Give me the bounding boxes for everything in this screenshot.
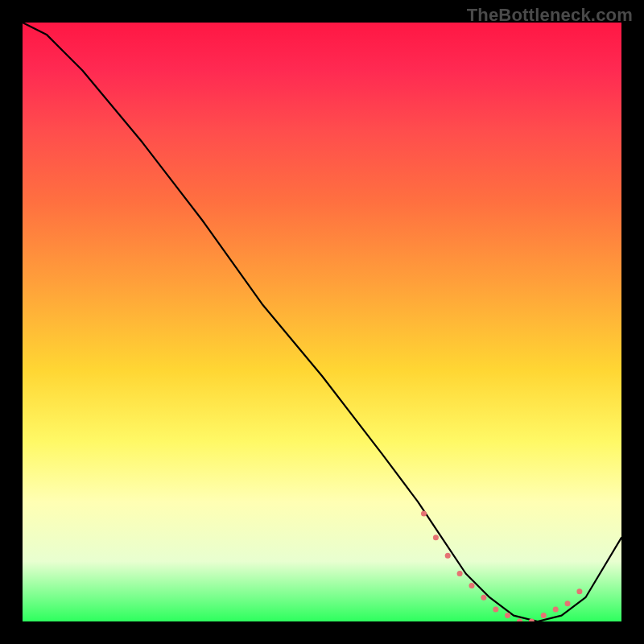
curve-dot-icon [576,588,582,594]
curve-dot-icon [493,607,498,613]
chart-frame: TheBottleneck.com [0,0,644,644]
bottleneck-curve [23,23,621,621]
curve-dot-icon [505,613,510,618]
curve-dot-icon [517,619,522,622]
curve-dot-icon [445,553,451,559]
curve-dot-icon [433,535,439,540]
curve-dot-icon [565,601,571,606]
curve-dot-icon [469,583,475,588]
watermark-text: TheBottleneck.com [467,5,633,26]
curve-dot-icon [481,595,486,601]
curve-dot-icon [421,511,427,517]
chart-svg [23,23,621,621]
curve-markers [421,511,582,621]
curve-dot-icon [541,613,547,618]
curve-dot-icon [553,607,559,613]
curve-dot-icon [457,571,463,576]
